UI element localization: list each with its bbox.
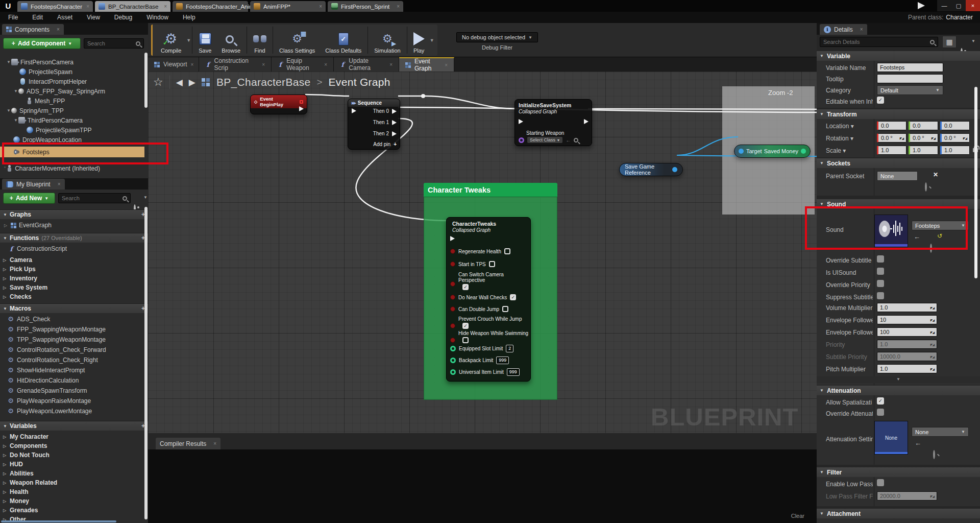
breadcrumb-current[interactable]: Event Graph: [329, 76, 390, 88]
simulation-button[interactable]: ⚙▶ Simulation: [369, 25, 405, 56]
favorite-star-icon[interactable]: ☆: [153, 76, 163, 89]
chevron-down-icon[interactable]: ▼: [430, 38, 434, 43]
tree-item-mesh-fpp[interactable]: Mesh_FPP: [0, 96, 144, 106]
close-icon[interactable]: ×: [319, 4, 322, 9]
details-scrollbar[interactable]: [974, 87, 977, 278]
location-x-field[interactable]: 0.0: [877, 121, 906, 130]
attenuation-settings-dropdown[interactable]: None▼: [912, 427, 969, 437]
debug-object-select[interactable]: No debug object selected▼: [456, 32, 538, 42]
tree-item-firstpersoncamera[interactable]: ▼FirstPersonCamera: [0, 57, 144, 67]
expander-icon[interactable]: ▼: [6, 108, 11, 113]
attenuation-thumbnail[interactable]: None: [874, 421, 908, 455]
close-icon[interactable]: ×: [324, 62, 327, 67]
graphs-section-header[interactable]: ▼Graphs+: [0, 209, 148, 219]
tree-item-ads-springarm[interactable]: ▼ADS_FPP_Sway_SpringArm: [0, 86, 144, 96]
category-hud[interactable]: ▷HUD: [0, 460, 144, 469]
expander-icon[interactable]: ▷: [3, 499, 7, 504]
scale-label[interactable]: Scale ▾: [826, 147, 873, 154]
exec-out-pin[interactable]: [392, 120, 397, 125]
add-new-button[interactable]: +Add New▼: [3, 193, 55, 204]
expand-advanced-button[interactable]: ▼: [817, 376, 980, 383]
override-priority-checkbox[interactable]: ✓: [877, 280, 884, 287]
expander-icon[interactable]: ▷: [4, 223, 8, 228]
exec-out-pin[interactable]: [392, 131, 397, 136]
exec-in-pin[interactable]: [519, 119, 523, 124]
menu-edit[interactable]: Edit: [32, 14, 43, 21]
envelope-follower-attack-field[interactable]: 10◤◢: [877, 315, 937, 324]
bool-pin[interactable]: [450, 323, 455, 328]
expander-icon[interactable]: ▷: [3, 286, 7, 290]
menu-debug[interactable]: Debug: [114, 14, 132, 21]
node-get-saved-money[interactable]: Target Saved Money: [734, 145, 811, 158]
rotation-x-field[interactable]: 0.0 °◤◢: [877, 133, 906, 142]
int-pin[interactable]: [450, 369, 456, 375]
exec-out-pin[interactable]: [299, 106, 304, 111]
tree-item-interactprompthelper[interactable]: InteractPromptHelper: [0, 77, 144, 86]
category-grenades[interactable]: ▷Grenades: [0, 506, 144, 515]
parent-class-value[interactable]: Character: [946, 14, 973, 21]
plus-icon[interactable]: +: [394, 141, 397, 147]
tab-animfpp[interactable]: AnimFPP*×: [250, 1, 326, 12]
suppress-subtitle-checkbox[interactable]: ✓: [877, 292, 884, 299]
expander-icon[interactable]: ▷: [3, 444, 7, 448]
checkbox-checked[interactable]: ✓: [462, 323, 469, 329]
play-button[interactable]: Play: [408, 25, 430, 56]
node-event-beginplay[interactable]: ◇Event BeginPlay: [250, 94, 307, 114]
search-icon[interactable]: [574, 138, 578, 142]
close-icon[interactable]: ×: [397, 4, 400, 9]
tab-event-graph[interactable]: Event Graph×: [399, 57, 454, 72]
override-subtitle-checkbox[interactable]: ✓: [877, 255, 884, 263]
category-dropdown[interactable]: Default▼: [877, 85, 943, 95]
expander-icon[interactable]: ▷: [3, 462, 7, 467]
tree-item-charactermovement[interactable]: °CharacterMovement (Inherited): [0, 163, 144, 173]
tab-viewport[interactable]: Viewport×: [148, 57, 199, 72]
chevron-down-icon[interactable]: ▼: [971, 39, 975, 43]
browse-button[interactable]: Browse: [216, 25, 246, 56]
exec-out-pin[interactable]: [584, 119, 589, 124]
object-out-pin[interactable]: [672, 167, 677, 172]
compile-button[interactable]: ⚙✓ Compile: [156, 25, 186, 56]
rotation-y-field[interactable]: 0.0 °◤◢: [909, 133, 938, 142]
class-defaults-button[interactable]: ✓Class Defaults: [320, 25, 366, 56]
details-search[interactable]: [820, 37, 938, 47]
expander-icon[interactable]: ▷: [3, 435, 7, 439]
tab-footstepscharacter-anim[interactable]: FootstepsCharacter_Anim×: [173, 1, 248, 12]
list-item-eventgraph[interactable]: ▷EventGraph: [0, 221, 144, 230]
close-icon[interactable]: ×: [445, 62, 448, 68]
int-pin[interactable]: [450, 358, 456, 363]
variable-name-field[interactable]: Footsteps: [877, 63, 943, 72]
category-save-system[interactable]: ▷Save System: [0, 283, 144, 292]
category-checks[interactable]: ▷Checks: [0, 292, 144, 301]
attenuation-section-header[interactable]: ▼Attenuation: [817, 386, 980, 395]
my-blueprint-tab[interactable]: My Blueprint×: [2, 179, 65, 189]
object-in-pin[interactable]: [739, 149, 744, 154]
int-value-field[interactable]: 999: [496, 356, 509, 364]
components-search[interactable]: [84, 38, 144, 49]
expander-icon[interactable]: ▷: [3, 471, 7, 476]
tab-construction-script[interactable]: fConstruction Scrip×: [199, 57, 272, 72]
back-arrow-icon[interactable]: ◀: [176, 77, 183, 88]
category-do-not-touch[interactable]: ▷Do Not Touch: [0, 450, 144, 460]
tree-item-projectilespawntpp[interactable]: ProjectileSpawnTPP: [0, 125, 144, 135]
bool-pin[interactable]: [450, 306, 455, 312]
location-z-field[interactable]: 0.0: [940, 121, 970, 130]
expander-icon[interactable]: ▷: [3, 490, 7, 494]
rotation-z-field[interactable]: 0.0 °◤◢: [940, 133, 970, 142]
category-camera[interactable]: ▷Camera: [0, 255, 144, 265]
minimize-button[interactable]: —: [937, 0, 951, 11]
maximize-button[interactable]: ▢: [951, 0, 966, 11]
checkbox-checked[interactable]: ✓: [462, 284, 469, 290]
checkbox-unchecked[interactable]: ✓: [462, 337, 469, 343]
list-item-macro[interactable]: ⚙FPP_SwappingWeaponMontage: [0, 325, 144, 334]
use-selected-icon[interactable]: ←: [915, 439, 921, 447]
scale-z-field[interactable]: 1.0: [940, 146, 970, 155]
attachment-section-header[interactable]: ▼Attachment: [817, 509, 980, 518]
macros-section-header[interactable]: ▼Macros+: [0, 303, 148, 313]
list-item-macro[interactable]: ⚙ADS_Check: [0, 315, 144, 324]
expander-icon[interactable]: ▼: [13, 89, 18, 93]
close-icon[interactable]: ×: [190, 62, 193, 67]
location-label[interactable]: Location ▾: [826, 123, 873, 130]
components-search-input[interactable]: [87, 40, 136, 46]
clear-socket-icon[interactable]: ✕: [933, 171, 938, 178]
components-tab[interactable]: Components×: [2, 24, 64, 35]
